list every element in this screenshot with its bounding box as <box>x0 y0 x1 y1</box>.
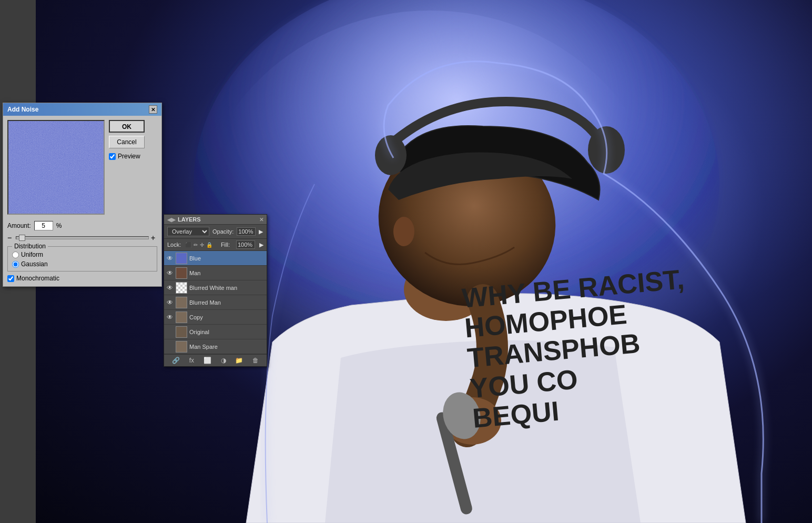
layer-visibility-icon[interactable]: 👁 <box>166 314 174 321</box>
add-adjustment-icon[interactable]: ◑ <box>221 357 226 364</box>
slider-plus-icon: + <box>151 234 157 242</box>
add-folder-icon[interactable]: 📁 <box>235 357 243 364</box>
options-arrow-icon[interactable]: ▶ <box>259 228 263 235</box>
preview-checkbox-row: Preview <box>109 153 157 160</box>
layer-name: Blurred White man <box>189 285 265 291</box>
shirt-text: WHY BE RACIST, HOMOPHOE TRANSPHOB YOU CO… <box>461 264 696 434</box>
distribution-legend: Distribution <box>12 243 48 250</box>
svg-point-3 <box>375 135 407 175</box>
layer-name: Copy <box>189 314 265 320</box>
layer-thumbnail <box>176 297 187 308</box>
lock-all-icon[interactable]: 🔒 <box>206 242 212 248</box>
gaussian-label: Gaussian <box>21 260 48 268</box>
uniform-label: Uniform <box>21 251 43 258</box>
delete-layer-icon[interactable]: 🗑 <box>252 357 259 364</box>
slider-thumb[interactable] <box>19 235 25 241</box>
preview-area <box>7 120 105 215</box>
layer-visibility-icon[interactable]: 👁 <box>166 284 174 291</box>
dialog-controls: OK Cancel Preview <box>109 120 157 215</box>
dialog-body: OK Cancel Preview <box>3 116 161 219</box>
ok-button[interactable]: OK <box>109 120 145 133</box>
monochromatic-row: Monochromatic <box>7 275 157 282</box>
layer-thumbnail <box>176 326 187 338</box>
layers-list: 👁 Blue 👁 Man 👁 Blurred White man 👁 Blurr… <box>164 251 267 354</box>
gaussian-radio[interactable] <box>12 261 19 268</box>
layer-visibility-icon[interactable]: 👁 <box>166 255 174 262</box>
layer-item[interactable]: 👁 Original <box>164 325 267 339</box>
layer-name: Blurred Man <box>189 299 265 306</box>
gaussian-radio-row: Gaussian <box>12 260 153 268</box>
layer-item[interactable]: 👁 Copy <box>164 310 267 325</box>
layers-bottom-bar: 🔗 fx ⬜ ◑ 📁 🗑 <box>164 354 267 366</box>
monochromatic-checkbox[interactable] <box>7 275 14 282</box>
uniform-radio[interactable] <box>12 252 19 258</box>
layer-item[interactable]: 👁 Man <box>164 266 267 280</box>
fill-arrow-icon[interactable]: ▶ <box>259 242 263 248</box>
add-mask-icon[interactable]: ⬜ <box>204 357 211 364</box>
add-noise-dialog: Add Noise ✕ OK Cancel Preview Amount: % … <box>3 103 162 287</box>
layer-visibility-icon[interactable]: 👁 <box>166 343 174 350</box>
layer-item[interactable]: 👁 Blurred White man <box>164 280 267 295</box>
amount-slider-container: − + <box>7 234 157 242</box>
fill-input[interactable] <box>236 240 255 249</box>
layers-close-button[interactable]: ✕ <box>259 217 263 223</box>
lock-label: Lock: <box>167 242 181 248</box>
layers-panel-title: LAYERS <box>178 216 201 223</box>
cancel-button[interactable]: Cancel <box>109 136 145 148</box>
layers-titlebar: ◀▶ LAYERS ✕ <box>164 215 267 225</box>
amount-input[interactable] <box>34 221 53 230</box>
layers-options: Overlay Normal Multiply Screen Opacity: … <box>164 225 267 239</box>
collapse-arrows-icon[interactable]: ◀▶ <box>167 217 176 223</box>
link-layers-icon[interactable]: 🔗 <box>172 357 180 364</box>
layer-item[interactable]: 👁 Blurred Man <box>164 295 267 310</box>
layer-name: Original <box>189 329 265 335</box>
layer-item[interactable]: 👁 Blue <box>164 251 267 266</box>
layer-visibility-icon[interactable]: 👁 <box>166 269 174 277</box>
layer-thumbnail <box>176 282 187 294</box>
layers-title-left: ◀▶ LAYERS <box>167 216 201 223</box>
layers-panel: ◀▶ LAYERS ✕ Overlay Normal Multiply Scre… <box>164 214 267 367</box>
blend-mode-select[interactable]: Overlay Normal Multiply Screen <box>167 227 209 236</box>
monochromatic-label: Monochromatic <box>16 275 59 282</box>
lock-pixels-icon[interactable]: ✏ <box>194 242 198 248</box>
layer-name: Man <box>189 270 265 276</box>
slider-minus-icon: − <box>7 234 14 242</box>
layer-thumbnail <box>176 341 187 353</box>
fx-icon[interactable]: fx <box>189 357 194 364</box>
layer-visibility-icon[interactable]: 👁 <box>166 299 174 306</box>
layer-name: Man Spare <box>189 344 265 350</box>
layer-thumbnail <box>176 311 187 323</box>
layer-item[interactable]: 👁 Man Spare <box>164 339 267 354</box>
lock-position-icon[interactable]: ✛ <box>200 242 204 248</box>
dialog-titlebar[interactable]: Add Noise ✕ <box>3 103 161 116</box>
dialog-close-button[interactable]: ✕ <box>149 105 157 114</box>
preview-noise <box>8 121 104 214</box>
layers-lock-row: Lock: ⬛ ✏ ✛ 🔒 Fill: ▶ <box>164 239 267 251</box>
uniform-radio-row: Uniform <box>12 251 153 258</box>
amount-row: Amount: % <box>7 221 157 230</box>
layer-thumbnail <box>176 267 187 279</box>
lock-icons: ⬛ ✏ ✛ 🔒 <box>185 242 212 248</box>
opacity-input[interactable] <box>237 227 256 236</box>
amount-label: Amount: <box>7 222 31 229</box>
preview-checkbox[interactable] <box>109 153 116 160</box>
layer-visibility-icon[interactable]: 👁 <box>166 328 174 336</box>
opacity-label: Opacity: <box>212 228 234 235</box>
layer-name: Blue <box>189 255 265 262</box>
distribution-group: Distribution Uniform Gaussian <box>7 246 157 271</box>
preview-label: Preview <box>118 153 140 160</box>
svg-point-5 <box>393 217 414 246</box>
amount-slider[interactable] <box>16 236 149 239</box>
fill-label: Fill: <box>221 242 230 248</box>
percent-label: % <box>56 222 62 229</box>
dialog-bottom: Amount: % − + Distribution Uniform Gauss… <box>3 219 161 286</box>
dialog-title: Add Noise <box>7 106 38 113</box>
layer-thumbnail <box>176 253 187 264</box>
lock-transparent-icon[interactable]: ⬛ <box>185 242 191 248</box>
